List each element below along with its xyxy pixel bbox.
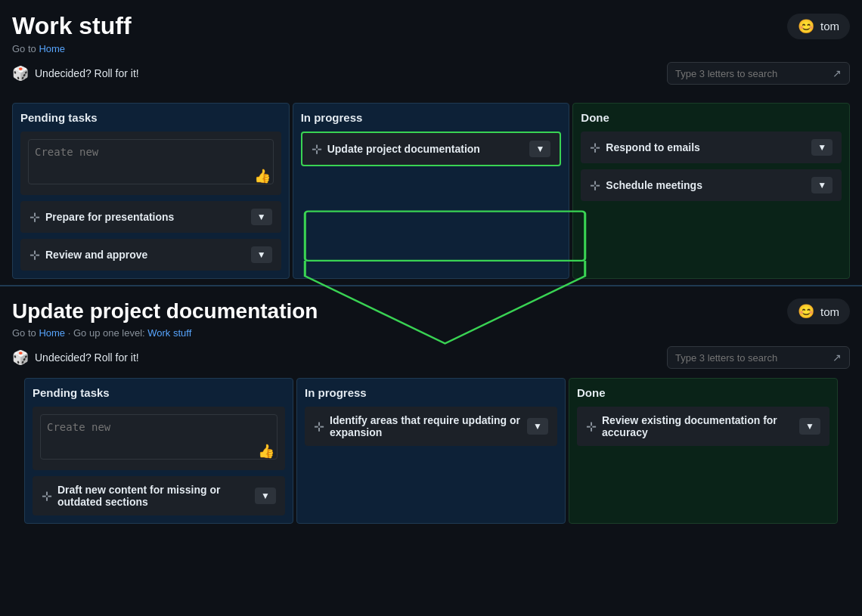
move-icon: ⊹ — [312, 142, 321, 156]
thumbs-up-icon: 👍 — [254, 168, 271, 184]
bottom-title: Update project documentation — [12, 299, 318, 323]
move-icon: ⊹ — [314, 419, 324, 434]
top-done-header: Done — [581, 111, 842, 124]
bottom-done-col: Done ⊹ Review existing documentation for… — [569, 378, 838, 524]
bottom-inprogress-col: In progress ⊹ Identify areas that requir… — [296, 378, 566, 524]
task-dropdown-btn[interactable]: ▼ — [811, 139, 833, 156]
bottom-roll-button[interactable]: 🎲 Undecided? Roll for it! — [12, 349, 139, 366]
breadcrumb: Go to Home — [12, 43, 850, 54]
bottom-pending-col: Pending tasks 👍 ⊹ Draft new content for … — [24, 378, 293, 524]
task-label: Update project documentation — [327, 143, 480, 155]
move-icon: ⊹ — [590, 141, 600, 155]
roll-button[interactable]: 🎲 Undecided? Roll for it! — [12, 65, 139, 82]
move-icon: ⊹ — [29, 248, 39, 262]
create-new-input-bottom[interactable] — [40, 414, 278, 460]
task-draft-new-content[interactable]: ⊹ Draft new content for missing or outda… — [33, 476, 285, 515]
bottom-user-name: tom — [820, 305, 839, 318]
move-icon: ⊹ — [42, 489, 51, 503]
task-label: Prepare for presentations — [45, 211, 174, 223]
dice-icon: 🎲 — [12, 65, 29, 82]
search-input[interactable] — [675, 68, 826, 79]
task-label: Review existing documentation for accura… — [602, 414, 799, 438]
task-label: Draft new content for missing or outdate… — [57, 484, 255, 508]
search-box: ↗ — [667, 62, 850, 85]
breadcrumb-text1: Go to — [12, 327, 39, 339]
top-section: Work stuff 😊 tom Go to Home 🎲 Undecided?… — [0, 0, 862, 103]
bottom-roll-bar: 🎲 Undecided? Roll for it! ↗ — [12, 346, 850, 369]
task-label: Identify areas that require updating or … — [330, 414, 527, 438]
breadcrumb-home-link[interactable]: Home — [39, 43, 65, 54]
breadcrumb-sep: · Go up one level: — [68, 327, 148, 339]
create-new-card-bottom: 👍 — [33, 407, 285, 470]
task-dropdown-btn[interactable]: ▼ — [251, 246, 272, 263]
bottom-search-out-icon: ↗ — [833, 351, 842, 364]
bottom-section: Update project documentation 😊 tom Go to… — [0, 285, 862, 533]
roll-label: Undecided? Roll for it! — [35, 67, 139, 79]
search-out-icon: ↗ — [833, 67, 842, 79]
bottom-done-header: Done — [577, 386, 829, 399]
task-review-approve[interactable]: ⊹ Review and approve ▼ — [20, 239, 281, 271]
bottom-search-box: ↗ — [667, 346, 850, 369]
top-pending-header: Pending tasks — [20, 111, 281, 124]
task-label: Respond to emails — [606, 141, 699, 153]
bottom-user-badge: 😊 tom — [787, 299, 850, 324]
bottom-search-input[interactable] — [675, 352, 826, 364]
top-header: Work stuff 😊 tom — [12, 12, 850, 40]
task-label: Schedule meetings — [606, 179, 702, 191]
user-name: tom — [820, 20, 839, 33]
breadcrumb-text: Go to — [12, 43, 39, 54]
bottom-header: Update project documentation 😊 tom — [12, 299, 850, 324]
top-kanban-board: Pending tasks 👍 ⊹ Prepare for presentati… — [0, 103, 862, 279]
top-title: Work stuff — [12, 12, 132, 40]
task-schedule-meetings[interactable]: ⊹ Schedule meetings ▼ — [581, 169, 842, 201]
task-dropdown-btn[interactable]: ▼ — [811, 177, 833, 193]
roll-bar: 🎲 Undecided? Roll for it! ↗ — [12, 62, 850, 85]
bottom-dice-icon: 🎲 — [12, 349, 29, 366]
bottom-inprogress-header: In progress — [305, 386, 557, 399]
task-label: Review and approve — [45, 249, 147, 261]
top-inprogress-header: In progress — [301, 111, 562, 124]
breadcrumb-parent-link[interactable]: Work stuff — [147, 327, 191, 339]
task-dropdown-btn[interactable]: ▼ — [255, 488, 276, 504]
top-pending-col: Pending tasks 👍 ⊹ Prepare for presentati… — [12, 103, 290, 279]
move-icon: ⊹ — [29, 210, 39, 224]
bottom-roll-label: Undecided? Roll for it! — [35, 351, 139, 364]
task-update-project-doc[interactable]: ⊹ Update project documentation ▼ — [301, 132, 562, 166]
bottom-user-avatar-icon: 😊 — [798, 303, 814, 320]
create-new-card-top: 👍 — [20, 132, 281, 195]
top-done-col: Done ⊹ Respond to emails ▼ ⊹ Schedule me… — [572, 103, 850, 279]
task-identify-areas[interactable]: ⊹ Identify areas that require updating o… — [305, 407, 557, 446]
top-inprogress-col: In progress ⊹ Update project documentati… — [293, 103, 570, 279]
bottom-kanban-board: Pending tasks 👍 ⊹ Draft new content for … — [12, 378, 850, 524]
task-dropdown-btn[interactable]: ▼ — [527, 418, 548, 435]
bottom-pending-header: Pending tasks — [33, 386, 285, 399]
task-dropdown-btn[interactable]: ▼ — [251, 209, 272, 225]
task-prepare-presentations[interactable]: ⊹ Prepare for presentations ▼ — [20, 201, 281, 233]
task-respond-emails[interactable]: ⊹ Respond to emails ▼ — [581, 132, 842, 163]
create-new-input-top[interactable] — [28, 139, 274, 184]
user-badge: 😊 tom — [787, 14, 850, 39]
bottom-thumbs-up-icon: 👍 — [258, 443, 274, 460]
user-avatar-icon: 😊 — [798, 18, 814, 35]
task-dropdown-btn[interactable]: ▼ — [799, 418, 820, 435]
task-dropdown-btn[interactable]: ▼ — [529, 141, 550, 157]
task-review-existing-docs[interactable]: ⊹ Review existing documentation for accu… — [577, 407, 829, 446]
move-icon: ⊹ — [586, 419, 596, 434]
bottom-breadcrumb: Go to Home · Go up one level: Work stuff — [12, 327, 850, 339]
breadcrumb-home-link[interactable]: Home — [39, 327, 65, 339]
move-icon: ⊹ — [590, 178, 600, 193]
top-kanban-wrapper: Pending tasks 👍 ⊹ Prepare for presentati… — [0, 103, 862, 279]
